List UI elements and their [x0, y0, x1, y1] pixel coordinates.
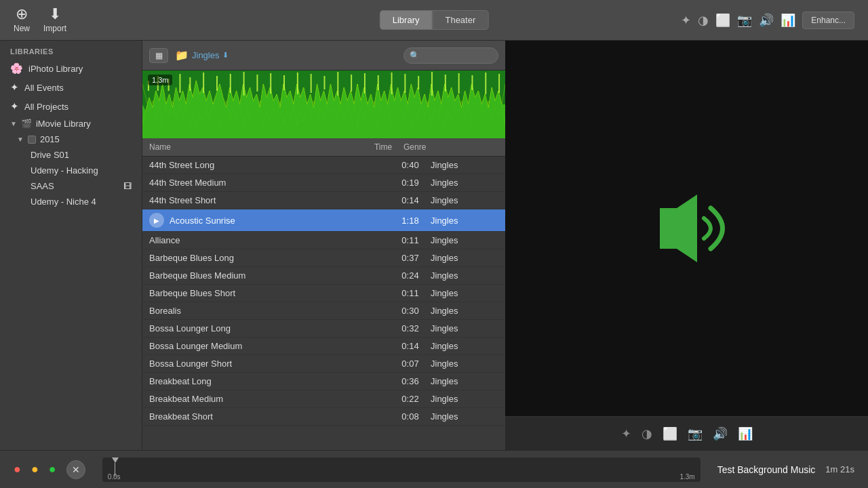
preview-camera-icon[interactable]: 📷: [688, 426, 703, 441]
toolbar: ⊕ New ⬇ Import Library Theater ✦ ◑ ⬜ 📷 🔊…: [0, 0, 868, 41]
speaker-graphic: [633, 188, 741, 269]
svg-rect-5: [179, 74, 180, 93]
track-time: 0:24: [390, 270, 431, 281]
track-row[interactable]: ▶Acoustic Sunrise1:18Jingles: [142, 209, 505, 232]
svg-rect-23: [418, 76, 419, 89]
sidebar-item-drive-s01[interactable]: Drive S01: [0, 147, 142, 163]
camera-icon[interactable]: 📷: [737, 13, 752, 28]
track-row[interactable]: 44th Street Short0:14Jingles: [142, 192, 505, 209]
track-genre: Jingles: [431, 270, 498, 281]
all-events-icon: ✦: [10, 81, 19, 94]
track-row[interactable]: Bossa Lounger Long0:32Jingles: [142, 320, 505, 338]
track-row[interactable]: Breakbeat Short0:08Jingles: [142, 408, 505, 426]
track-genre: Jingles: [431, 178, 498, 188]
track-time: 0:14: [390, 195, 431, 205]
preview-chart-icon[interactable]: 📊: [738, 426, 753, 441]
imovie-chevron: ▼: [10, 120, 17, 127]
preview-area: [505, 41, 868, 416]
svg-rect-24: [431, 72, 433, 96]
preview-audio-icon[interactable]: 🔊: [713, 426, 728, 441]
track-time: 0:07: [390, 359, 431, 369]
new-icon: ⊕: [16, 7, 28, 22]
track-name: Breakbeat Medium: [149, 394, 390, 404]
waveform-container: 1.3m // This will be done inline via SVG…: [142, 70, 505, 138]
track-time: 0:14: [390, 341, 431, 351]
track-name: Barbeque Blues Long: [149, 253, 390, 263]
sidebar-item-iphoto[interactable]: 🌸 iPhoto Library: [0, 59, 142, 78]
preview-crop-icon[interactable]: ⬜: [663, 426, 677, 441]
preview-wand-icon[interactable]: ✦: [621, 426, 631, 441]
svg-rect-15: [311, 74, 312, 93]
svg-rect-22: [404, 74, 406, 93]
preview-color-icon[interactable]: ◑: [642, 426, 652, 441]
track-list: 44th Street Long0:40Jingles44th Street M…: [142, 157, 505, 450]
audio-icon[interactable]: 🔊: [759, 13, 774, 28]
chart-icon[interactable]: 📊: [781, 13, 795, 28]
track-row[interactable]: Barbeque Blues Medium0:24Jingles: [142, 267, 505, 285]
window-close-dot[interactable]: ●: [14, 462, 21, 476]
new-button[interactable]: ⊕ New: [14, 7, 30, 33]
col-time-header: Time: [363, 142, 403, 152]
toggle-sidebar-button[interactable]: ▦: [149, 48, 168, 63]
library-button[interactable]: Library: [380, 10, 433, 30]
year-box-icon: [28, 136, 36, 144]
svg-rect-21: [391, 73, 393, 94]
sidebar-item-udemy-hacking[interactable]: Udemy - Hacking: [0, 163, 142, 178]
content-header: ▦ 📁 Jingles ⬇ 🔍: [142, 41, 505, 70]
track-list-header: Name Time Genre: [142, 138, 505, 157]
enhance-button[interactable]: Enhanc...: [802, 12, 854, 29]
sidebar-item-all-events[interactable]: ✦ All Events: [0, 78, 142, 97]
iphoto-icon: 🌸: [10, 62, 23, 75]
col-genre-header: Genre: [403, 142, 471, 152]
track-row[interactable]: Breakbeat Medium0:22Jingles: [142, 390, 505, 408]
sidebar-toggle-icon: ▦: [155, 51, 163, 60]
track-row[interactable]: 44th Street Medium0:19Jingles: [142, 174, 505, 192]
track-time: 0:22: [390, 394, 431, 404]
track-genre: Jingles: [431, 323, 498, 333]
timeline-end-time: 1.3m: [679, 473, 694, 481]
sidebar-item-all-projects[interactable]: ✦ All Projects: [0, 97, 142, 116]
wand-icon[interactable]: ✦: [681, 13, 691, 28]
toolbar-left: ⊕ New ⬇ Import: [14, 7, 66, 33]
sidebar-item-saas[interactable]: SAAS 🎞: [0, 178, 142, 194]
folder-indicator: 📁 Jingles ⬇: [175, 49, 229, 62]
svg-rect-11: [256, 75, 258, 92]
all-projects-label: All Projects: [24, 102, 68, 112]
crop-icon[interactable]: ⬜: [715, 13, 730, 28]
search-box[interactable]: 🔍: [403, 47, 498, 64]
svg-rect-20: [378, 75, 379, 90]
track-play-button[interactable]: ▶: [149, 213, 164, 228]
track-row[interactable]: Alliance0:11Jingles: [142, 232, 505, 249]
track-name: Barbeque Blues Medium: [149, 270, 390, 281]
track-row[interactable]: 44th Street Long0:40Jingles: [142, 157, 505, 174]
theater-button[interactable]: Theater: [432, 10, 488, 30]
imovie-label: iMovie Library: [36, 119, 91, 129]
sidebar-item-imovie[interactable]: ▼ 🎬 iMovie Library: [0, 116, 142, 131]
svg-rect-13: [283, 75, 285, 90]
timeline-bar[interactable]: 0.0s 1.3m: [102, 458, 701, 482]
folder-arrow: ⬇: [222, 51, 229, 60]
track-row[interactable]: Bossa Lounger Medium0:14Jingles: [142, 338, 505, 355]
track-name: Breakbeat Short: [149, 411, 390, 422]
sidebar-year-2015[interactable]: ▼ 2015: [0, 131, 142, 147]
window-max-dot[interactable]: ●: [49, 462, 56, 476]
color-icon[interactable]: ◑: [698, 13, 709, 28]
track-genre: Jingles: [431, 253, 498, 263]
track-row[interactable]: Borealis0:30Jingles: [142, 302, 505, 320]
svg-rect-8: [216, 76, 218, 91]
track-name: Barbeque Blues Short: [149, 288, 390, 298]
sidebar-item-udemy-niche4[interactable]: Udemy - Niche 4: [0, 194, 142, 209]
search-input[interactable]: [423, 51, 492, 60]
track-row[interactable]: Breakbeat Long0:36Jingles: [142, 373, 505, 390]
track-name: Acoustic Sunrise: [170, 216, 390, 226]
track-row[interactable]: Bossa Lounger Short0:07Jingles: [142, 355, 505, 373]
close-x-button[interactable]: ✕: [66, 460, 85, 479]
search-icon: 🔍: [410, 51, 420, 60]
sidebar: LIBRARIES 🌸 iPhoto Library ✦ All Events …: [0, 41, 142, 450]
import-label: Import: [43, 24, 66, 33]
track-row[interactable]: Barbeque Blues Short0:11Jingles: [142, 285, 505, 302]
track-name: Borealis: [149, 306, 390, 316]
track-row[interactable]: Barbeque Blues Long0:37Jingles: [142, 249, 505, 267]
import-button[interactable]: ⬇ Import: [43, 7, 66, 33]
window-min-dot[interactable]: ●: [31, 462, 39, 476]
